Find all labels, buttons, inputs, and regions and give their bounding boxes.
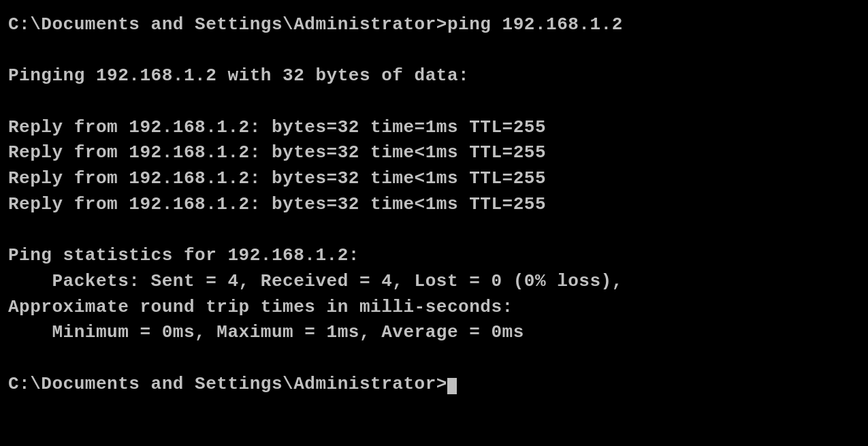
terminal-window: C:\Documents and Settings\Administrator>… [0, 0, 868, 446]
blank-3 [8, 218, 860, 244]
pinging-line: Pinging 192.168.1.2 with 32 bytes of dat… [8, 63, 860, 89]
terminal-cursor [447, 378, 457, 394]
minmax-line: Minimum = 0ms, Maximum = 1ms, Average = … [8, 320, 860, 346]
reply-2: Reply from 192.168.1.2: bytes=32 time<1m… [8, 140, 860, 166]
reply-4: Reply from 192.168.1.2: bytes=32 time<1m… [8, 192, 860, 218]
reply-3: Reply from 192.168.1.2: bytes=32 time<1m… [8, 166, 860, 192]
approx-line: Approximate round trip times in milli-se… [8, 295, 860, 321]
prompt-line: C:\Documents and Settings\Administrator> [8, 372, 860, 398]
packets-line: Packets: Sent = 4, Received = 4, Lost = … [8, 269, 860, 295]
reply-1: Reply from 192.168.1.2: bytes=32 time=1m… [8, 115, 860, 141]
stats-header: Ping statistics for 192.168.1.2: [8, 243, 860, 269]
blank-1 [8, 38, 860, 64]
cmd-line: C:\Documents and Settings\Administrator>… [8, 12, 860, 38]
blank-4 [8, 346, 860, 372]
blank-2 [8, 89, 860, 115]
